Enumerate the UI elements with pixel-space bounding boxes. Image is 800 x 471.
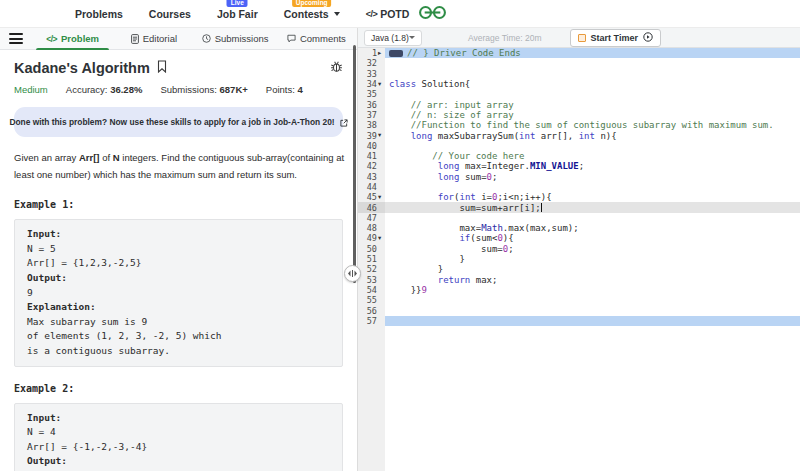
timer-icon	[578, 34, 586, 42]
code-line-55[interactable]	[385, 295, 800, 305]
code-line-43[interactable]: long sum=0;	[385, 172, 800, 182]
nav-link-courses[interactable]: Courses	[149, 8, 191, 20]
example-line: is a contiguous subarray.	[27, 344, 330, 359]
banner-text: Done with this problem? Now use these sk…	[9, 117, 334, 127]
code-line-38[interactable]: //Function to find the sum of contiguous…	[385, 120, 800, 130]
nav-link-potd[interactable]: </>POTD	[366, 8, 410, 20]
fold-toggle-icon[interactable]: ▾	[377, 132, 385, 139]
gutter-line-47: 47	[358, 213, 385, 223]
code-line-36[interactable]: // arr: input array	[385, 99, 800, 109]
code-line-35[interactable]	[385, 89, 800, 99]
example-line: N = 5	[27, 242, 330, 257]
example-line: Input:	[27, 227, 330, 242]
code-line-51[interactable]: }	[385, 254, 800, 264]
average-time-label: Average Time: 20m	[468, 33, 542, 43]
meta-items: Accuracy: 36.28%Submissions: 687K+Points…	[66, 84, 303, 95]
code-line-37[interactable]: // n: size of array	[385, 110, 800, 120]
language-select-value: Java (1.8)	[371, 33, 409, 43]
problem-description: Given an array Arr[] of N integers. Find…	[14, 150, 346, 183]
example-1-heading: Example 1:	[14, 199, 343, 210]
tab-comments[interactable]: Comments	[276, 28, 357, 49]
example-line: Max subarray sum is 9	[27, 315, 330, 330]
top-navbar: ProblemsCoursesLiveJob FairUpcomingConte…	[0, 0, 800, 28]
nav-badge-live: Live	[227, 0, 248, 7]
job-a-thon-banner[interactable]: Done with this problem? Now use these sk…	[14, 107, 343, 137]
code-line-54[interactable]: }}9	[385, 285, 800, 295]
gutter-line-55: 55	[358, 295, 385, 305]
code-line-41[interactable]: // Your code here	[385, 151, 800, 161]
example-line: Arr[] = {1,2,3,-2,5}	[27, 256, 330, 271]
code-line-46[interactable]: sum=sum+arr[i];	[385, 202, 800, 212]
editor-code-area[interactable]: // } Driver Code Endsclass Solution{ // …	[385, 48, 800, 471]
code-line-33[interactable]	[385, 69, 800, 79]
nav-link-contests[interactable]: UpcomingContests	[284, 8, 340, 20]
code-line-50[interactable]: sum=0;	[385, 244, 800, 254]
gutter-line-40: 40	[358, 141, 385, 151]
gutter-line-1: 1▸	[358, 48, 385, 58]
example-line: Input:	[27, 411, 330, 426]
code-line-52[interactable]: }	[385, 264, 800, 274]
nav-link-label: Problems	[75, 8, 123, 20]
code-line-34[interactable]: class Solution{	[385, 79, 800, 89]
meta-accuracy-: Accuracy: 36.28%	[66, 84, 143, 95]
difficulty-badge: Medium	[14, 84, 48, 95]
example-1-box: Input:N = 5Arr[] = {1,2,3,-2,5}Output:9E…	[14, 219, 343, 366]
fold-toggle-icon[interactable]: ▾	[377, 194, 385, 201]
fold-toggle-icon[interactable]: ▾	[377, 81, 385, 88]
main-split: </>ProblemEditorialSubmissionsComments K…	[0, 28, 800, 471]
clock-icon	[202, 34, 211, 43]
chevron-down-icon	[409, 36, 415, 39]
gutter-line-56: 56	[358, 305, 385, 315]
left-panel-scrollbar[interactable]	[353, 45, 357, 283]
gutter-line-34: 34▾	[358, 79, 385, 89]
code-line-47[interactable]	[385, 213, 800, 223]
tab-problem[interactable]: </>Problem	[32, 28, 113, 49]
example-2-box: Input:N = 4Arr[] = {-1,-2,-3,-4}Output:-…	[14, 403, 343, 471]
hamburger-menu-icon[interactable]	[0, 28, 32, 49]
code-line-56[interactable]	[385, 305, 800, 315]
panel-resize-handle[interactable]	[344, 265, 361, 282]
chevron-down-icon	[334, 12, 340, 16]
language-select[interactable]: Java (1.8)	[364, 30, 422, 46]
code-line-45[interactable]: for(int i=0;i<n;i++){	[385, 192, 800, 202]
gutter-line-41: 41	[358, 151, 385, 161]
nav-link-job-fair[interactable]: LiveJob Fair	[217, 8, 258, 20]
code-line-42[interactable]: long max=Integer.MIN_VALUE;	[385, 161, 800, 171]
example-line: N = 4	[27, 425, 330, 440]
tab-label: Comments	[300, 33, 346, 44]
fold-toggle-icon[interactable]: ▾	[377, 235, 385, 242]
editor-gutter: 1▸323334▾3536373839▾404142434445▾4647484…	[358, 48, 385, 471]
page-title: Kadane's Algorithm	[14, 60, 150, 76]
tab-editorial[interactable]: Editorial	[113, 28, 194, 49]
code-line-32[interactable]	[385, 58, 800, 68]
gutter-line-53: 53	[358, 275, 385, 285]
code-line-39[interactable]: long maxSubarraySum(int arr[], int n){	[385, 130, 800, 140]
code-line-57[interactable]	[385, 316, 800, 326]
code-line-53[interactable]: return max;	[385, 275, 800, 285]
folded-code-badge[interactable]	[389, 50, 403, 57]
example-line: Explanation:	[27, 300, 330, 315]
gutter-line-32: 32	[358, 58, 385, 68]
gutter-line-45: 45▾	[358, 192, 385, 202]
gutter-line-49: 49▾	[358, 233, 385, 243]
code-line-44[interactable]	[385, 182, 800, 192]
meta-points-: Points: 4	[266, 84, 303, 95]
problem-tabbar: </>ProblemEditorialSubmissionsComments	[0, 28, 357, 50]
report-bug-icon[interactable]	[330, 59, 343, 77]
example-line: of elements (1, 2, 3, -2, 5) which	[27, 329, 330, 344]
code-line-1[interactable]: // } Driver Code Ends	[385, 48, 800, 58]
geeksforgeeks-logo-icon[interactable]	[416, 4, 449, 25]
navbar-links: ProblemsCoursesLiveJob FairUpcomingConte…	[75, 8, 435, 20]
fold-toggle-icon[interactable]: ▸	[377, 50, 385, 57]
code-line-40[interactable]	[385, 141, 800, 151]
code-line-49[interactable]: if(sum<0){	[385, 233, 800, 243]
start-timer-button[interactable]: Start Timer	[570, 29, 661, 47]
bookmark-icon[interactable]	[157, 59, 167, 77]
tab-label: Submissions	[215, 33, 269, 44]
code-line-48[interactable]: max=Math.max(max,sum);	[385, 223, 800, 233]
code-editor[interactable]: 1▸323334▾3536373839▾404142434445▾4647484…	[358, 48, 800, 471]
gutter-line-33: 33	[358, 69, 385, 79]
tab-submissions[interactable]: Submissions	[195, 28, 276, 49]
gutter-line-52: 52	[358, 264, 385, 274]
nav-link-problems[interactable]: Problems	[75, 8, 123, 20]
